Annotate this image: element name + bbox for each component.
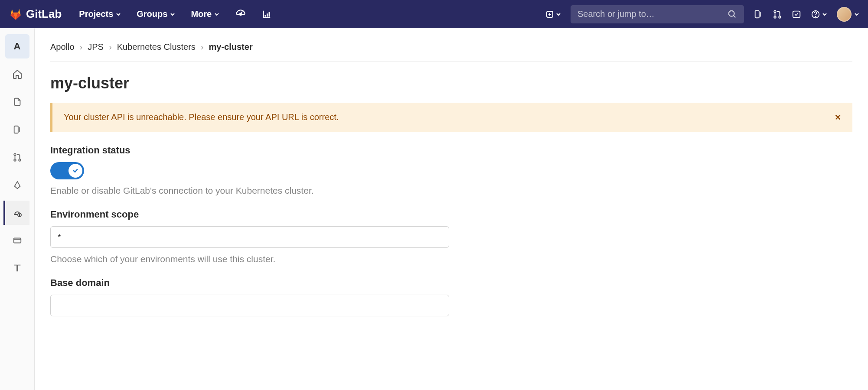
search-box[interactable]: [571, 5, 744, 23]
sidebar-project-avatar[interactable]: A: [5, 34, 29, 58]
brand-logo[interactable]: GitLab: [9, 7, 62, 21]
chevron-down-icon: [170, 12, 175, 17]
env-scope-input[interactable]: [50, 226, 449, 248]
nav-groups-label: Groups: [137, 9, 167, 19]
search-input[interactable]: [578, 9, 728, 19]
breadcrumb-item[interactable]: Apollo: [50, 42, 75, 52]
chevron-down-icon: [854, 12, 859, 17]
toggle-knob: [69, 164, 82, 178]
svg-point-11: [14, 153, 16, 156]
topbar-right: [545, 5, 859, 23]
sidebar-home-icon[interactable]: [5, 62, 29, 86]
top-navbar: GitLab Projects Groups More: [0, 0, 868, 28]
env-scope-label: Environment scope: [50, 209, 852, 220]
issues-icon[interactable]: [754, 10, 763, 19]
base-domain-input[interactable]: [50, 295, 449, 316]
integration-status-label: Integration status: [50, 145, 852, 156]
brand-name: GitLab: [26, 7, 62, 21]
svg-point-5: [774, 16, 776, 18]
plus-icon: [545, 10, 554, 19]
breadcrumb-sep: ›: [80, 42, 83, 52]
gitlab-logo-icon: [9, 8, 23, 21]
sidebar-registry-icon[interactable]: [5, 228, 29, 253]
nav-more-label: More: [191, 9, 212, 19]
warning-alert: Your cluster API is unreachable. Please …: [50, 103, 852, 132]
integration-toggle[interactable]: [50, 162, 84, 179]
integration-helper: Enable or disable GitLab's connection to…: [50, 185, 852, 196]
sidebar-merge-icon[interactable]: [5, 145, 29, 169]
sidebar-wiki-icon[interactable]: [5, 256, 29, 280]
alert-close-button[interactable]: ✕: [835, 113, 841, 122]
search-icon: [728, 10, 737, 19]
help-icon[interactable]: [811, 10, 827, 19]
avatar: [837, 7, 852, 22]
chevron-down-icon: [556, 12, 561, 17]
svg-point-9: [815, 16, 816, 16]
breadcrumb-item[interactable]: Kubernetes Clusters: [117, 42, 196, 52]
nav-dashboard-icon[interactable]: [235, 9, 246, 20]
new-button[interactable]: [545, 10, 561, 19]
svg-point-12: [14, 159, 16, 161]
svg-point-2: [729, 10, 734, 16]
chevron-down-icon: [116, 12, 121, 17]
env-scope-helper: Choose which of your environments will u…: [50, 254, 852, 264]
project-sidebar: A: [0, 28, 35, 390]
sidebar-issues-icon[interactable]: [5, 117, 29, 142]
nav-projects-label: Projects: [79, 9, 113, 19]
svg-rect-15: [13, 238, 21, 243]
sidebar-operations-icon[interactable]: [3, 201, 29, 225]
nav-projects[interactable]: Projects: [79, 9, 121, 19]
chevron-down-icon: [822, 12, 827, 17]
breadcrumb-current: my-cluster: [209, 42, 253, 52]
nav-activity-icon[interactable]: [262, 10, 271, 19]
alert-message: Your cluster API is unreachable. Please …: [64, 112, 339, 122]
nav-menu: Projects Groups More: [79, 9, 271, 20]
breadcrumb-sep: ›: [201, 42, 204, 52]
svg-point-4: [774, 10, 776, 13]
chevron-down-icon: [214, 12, 219, 17]
sidebar-ci-icon[interactable]: [5, 173, 29, 197]
breadcrumb: Apollo › JPS › Kubernetes Clusters › my-…: [50, 37, 852, 62]
todos-icon[interactable]: [792, 10, 801, 19]
nav-more[interactable]: More: [191, 9, 219, 19]
svg-point-6: [779, 16, 781, 18]
svg-rect-3: [755, 10, 759, 18]
nav-groups[interactable]: Groups: [137, 9, 175, 19]
sidebar-repo-icon[interactable]: [5, 90, 29, 114]
base-domain-label: Base domain: [50, 277, 852, 289]
merge-requests-icon[interactable]: [773, 10, 782, 19]
breadcrumb-sep: ›: [109, 42, 112, 52]
svg-point-0: [240, 13, 241, 15]
main-content: Apollo › JPS › Kubernetes Clusters › my-…: [35, 28, 868, 390]
svg-rect-10: [14, 126, 18, 133]
user-menu[interactable]: [837, 7, 859, 22]
svg-point-13: [19, 159, 21, 161]
breadcrumb-item[interactable]: JPS: [88, 42, 104, 52]
svg-rect-7: [793, 11, 800, 17]
page-title: my-cluster: [50, 74, 852, 92]
check-icon: [72, 168, 78, 174]
